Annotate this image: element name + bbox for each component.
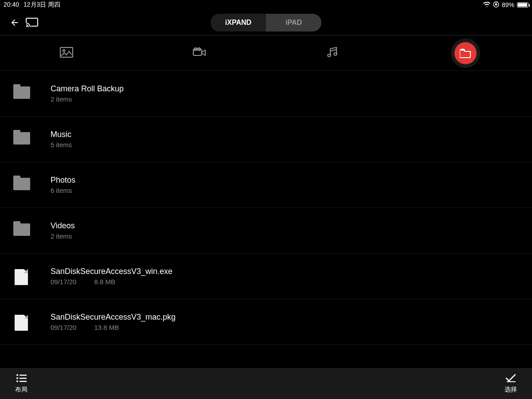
category-tabs	[0, 35, 532, 71]
file-icon	[15, 315, 28, 331]
list-item[interactable]: Videos 2 items	[0, 208, 532, 254]
tab-photos[interactable]	[0, 35, 133, 70]
tab-music[interactable]	[266, 35, 399, 70]
item-size: 8.8 MB	[94, 278, 115, 286]
item-title: SanDiskSecureAccessV3_mac.pkg	[51, 313, 176, 322]
svg-point-16	[16, 380, 18, 382]
status-date: 12月3日 周四	[23, 1, 60, 9]
list-item[interactable]: SanDiskSecureAccessV3_win.exe 09/17/20 8…	[0, 254, 532, 299]
item-sub: 5 items	[51, 141, 72, 149]
segment-ixpand[interactable]: iXPAND	[211, 14, 266, 31]
list-item[interactable]: Music 5 items	[0, 117, 532, 162]
folder-icon	[13, 132, 30, 145]
item-sub: 6 items	[51, 187, 72, 194]
svg-point-6	[63, 49, 65, 51]
list-item[interactable]	[0, 345, 532, 368]
item-date: 09/17/20	[51, 324, 76, 331]
item-size: 13.8 MB	[94, 324, 119, 331]
item-title: Videos	[51, 221, 75, 231]
svg-rect-15	[20, 378, 27, 379]
folder-icon	[13, 178, 30, 190]
select-label: 选择	[505, 386, 517, 394]
bottom-toolbar: 布局 选择	[0, 368, 532, 399]
cast-icon[interactable]	[26, 18, 38, 27]
segment-ipad[interactable]: iPAD	[266, 14, 321, 31]
list-item[interactable]: Photos 6 items	[0, 162, 532, 208]
list-item[interactable]: SanDiskSecureAccessV3_mac.pkg 09/17/20 1…	[0, 299, 532, 345]
status-bar: 20:40 12月3日 周四 89%	[0, 0, 532, 10]
svg-point-12	[16, 374, 18, 376]
item-title: Camera Roll Backup	[51, 84, 124, 94]
tab-videos[interactable]	[133, 35, 266, 70]
item-title: Music	[51, 130, 72, 139]
folder-icon	[454, 42, 477, 64]
svg-point-14	[16, 377, 18, 379]
top-nav: iXPAND iPAD	[0, 10, 532, 35]
music-icon	[327, 47, 338, 60]
item-date: 09/17/20	[51, 278, 76, 286]
list-icon	[16, 374, 27, 384]
folder-icon	[13, 223, 30, 236]
battery-icon	[517, 2, 528, 8]
item-title: SanDiskSecureAccessV3_win.exe	[51, 267, 172, 276]
svg-rect-13	[20, 375, 27, 376]
file-list[interactable]: Camera Roll Backup 2 items Music 5 items…	[0, 71, 532, 368]
svg-rect-17	[20, 381, 27, 382]
wifi-icon	[483, 1, 490, 8]
item-title: Photos	[51, 176, 75, 185]
check-icon	[505, 374, 516, 384]
file-icon	[15, 269, 28, 285]
list-item[interactable]: Camera Roll Backup 2 items	[0, 71, 532, 117]
item-sub: 2 items	[51, 95, 72, 103]
svg-point-4	[26, 26, 27, 27]
layout-label: 布局	[15, 386, 27, 394]
item-sub: 2 items	[51, 232, 72, 240]
tab-files[interactable]	[399, 35, 532, 70]
lock-rotation-icon	[493, 1, 499, 9]
back-button[interactable]	[10, 18, 20, 27]
folder-icon	[13, 86, 30, 99]
select-button[interactable]: 选择	[505, 374, 517, 394]
status-time: 20:40	[4, 1, 19, 9]
video-icon	[193, 47, 206, 59]
svg-rect-5	[60, 47, 73, 57]
image-icon	[60, 47, 73, 59]
battery-percent: 89%	[502, 1, 514, 8]
layout-button[interactable]: 布局	[15, 374, 27, 394]
storage-segment: iXPAND iPAD	[211, 14, 321, 31]
